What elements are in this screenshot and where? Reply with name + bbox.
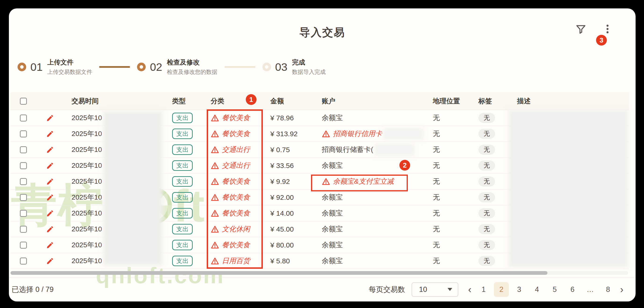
row-checkbox[interactable] bbox=[20, 258, 27, 265]
row-checkbox[interactable] bbox=[20, 114, 27, 121]
tag-pill: 无 bbox=[478, 113, 495, 123]
account-label: 余额宝 bbox=[322, 240, 343, 250]
kebab-menu-icon bbox=[602, 23, 613, 35]
header-time: 交易时间 bbox=[63, 96, 164, 106]
row-amount: ¥ 14.00 bbox=[262, 209, 313, 217]
edit-row-button[interactable] bbox=[46, 209, 54, 218]
type-badge: 支出 bbox=[172, 208, 193, 219]
step-subtitle: 数据导入完成 bbox=[292, 68, 326, 76]
pencil-icon bbox=[46, 241, 54, 249]
edit-row-button[interactable] bbox=[46, 241, 54, 249]
edit-row-button[interactable] bbox=[46, 225, 54, 234]
row-checkbox[interactable] bbox=[20, 210, 27, 217]
step-ring bbox=[137, 63, 146, 71]
page-button[interactable]: 2 bbox=[494, 282, 509, 297]
row-checkbox[interactable] bbox=[20, 194, 27, 201]
row-checkbox[interactable] bbox=[20, 242, 27, 249]
page-title: 导入交易 bbox=[9, 25, 636, 40]
step-connector bbox=[99, 66, 130, 68]
tag-pill: 无 bbox=[478, 224, 495, 234]
annotation-badge-2: 2 bbox=[400, 160, 410, 171]
header-description: 描述 bbox=[508, 96, 629, 106]
tag-pill: 无 bbox=[478, 129, 495, 139]
row-location: 无 bbox=[424, 129, 470, 139]
page-ellipsis: … bbox=[583, 282, 598, 297]
per-page-label: 每页交易数 bbox=[369, 285, 405, 295]
page-button[interactable]: 5 bbox=[547, 282, 562, 297]
prev-page-button[interactable]: ‹ bbox=[466, 285, 473, 295]
type-badge: 支出 bbox=[172, 113, 193, 123]
pencil-icon bbox=[46, 114, 54, 122]
type-badge: 支出 bbox=[172, 192, 193, 203]
row-checkbox[interactable] bbox=[20, 178, 27, 185]
next-page-button[interactable]: › bbox=[618, 285, 625, 295]
chevron-down-icon bbox=[448, 288, 452, 291]
type-badge: 支出 bbox=[172, 144, 193, 155]
page-button[interactable]: 1 bbox=[476, 282, 491, 297]
pencil-icon bbox=[46, 194, 54, 201]
row-checkbox[interactable] bbox=[20, 146, 27, 153]
step-number: 01 bbox=[30, 60, 42, 73]
row-checkbox[interactable] bbox=[20, 162, 27, 169]
edit-row-button[interactable] bbox=[46, 130, 54, 138]
page-button[interactable]: 4 bbox=[530, 282, 544, 297]
account-redacted-blur bbox=[374, 144, 414, 156]
page-button[interactable]: 3 bbox=[512, 282, 526, 297]
row-amount: ¥ 313.92 bbox=[262, 130, 313, 138]
page-button[interactable]: 8 bbox=[600, 282, 616, 297]
edit-row-button[interactable] bbox=[46, 146, 54, 154]
row-account: 余额宝 bbox=[313, 256, 424, 266]
edit-row-button[interactable] bbox=[46, 257, 54, 265]
edit-row-button[interactable] bbox=[46, 114, 54, 122]
edit-row-button[interactable] bbox=[46, 177, 54, 186]
table-header-row: 交易时间 类型 分类 金额 账户 地理位置 标签 描述 bbox=[10, 92, 629, 110]
account-warning-icon bbox=[322, 130, 330, 138]
step-connector bbox=[224, 66, 255, 68]
page-button[interactable]: 6 bbox=[565, 282, 580, 297]
pagination: ‹ 123456…8 › bbox=[466, 282, 625, 297]
filter-button[interactable] bbox=[574, 23, 588, 36]
annotation-box-category bbox=[207, 109, 263, 269]
edit-row-button[interactable] bbox=[46, 161, 54, 170]
row-account: 招商银行信用卡 bbox=[313, 128, 424, 140]
type-badge: 支出 bbox=[172, 176, 193, 187]
stepper: 01 上传文件 上传交易数据文件 02 检查及修改 检查及修改您的数据 03 完… bbox=[18, 58, 326, 76]
account-label: 招商银行信用卡 bbox=[333, 129, 382, 139]
row-amount: ¥ 92.00 bbox=[262, 194, 313, 201]
row-location: 无 bbox=[424, 256, 470, 266]
row-amount: ¥ 0.75 bbox=[262, 146, 313, 154]
row-location: 无 bbox=[424, 113, 470, 123]
per-page-select[interactable]: 10 bbox=[412, 282, 458, 297]
select-all-checkbox[interactable] bbox=[20, 98, 27, 105]
row-amount: ¥ 33.56 bbox=[262, 162, 313, 170]
row-checkbox[interactable] bbox=[20, 226, 27, 233]
account-label: 余额宝 bbox=[322, 193, 343, 202]
account-label: 余额宝 bbox=[322, 208, 343, 218]
row-location: 无 bbox=[424, 224, 470, 234]
description-redaction-blur bbox=[508, 110, 628, 267]
more-menu-button[interactable] bbox=[601, 22, 614, 35]
per-page-value: 10 bbox=[419, 285, 427, 294]
pagination-pages: 123456…8 bbox=[476, 282, 616, 297]
row-location: 无 bbox=[424, 145, 470, 154]
horizontal-scrollbar-track[interactable] bbox=[10, 271, 628, 275]
edit-row-button[interactable] bbox=[46, 193, 54, 202]
pencil-icon bbox=[46, 225, 54, 233]
tag-pill: 无 bbox=[478, 240, 495, 250]
row-location: 无 bbox=[424, 240, 470, 250]
horizontal-scrollbar-thumb[interactable] bbox=[10, 271, 548, 275]
pencil-icon bbox=[46, 178, 54, 186]
step-title: 检查及修改 bbox=[167, 58, 218, 67]
row-checkbox[interactable] bbox=[20, 130, 27, 137]
stepper-step: 01 上传文件 上传交易数据文件 bbox=[18, 58, 92, 76]
row-account: 余额宝 bbox=[313, 240, 424, 250]
account-label: 余额宝 bbox=[322, 224, 343, 234]
tag-pill: 无 bbox=[478, 192, 495, 202]
tag-pill: 无 bbox=[478, 256, 495, 266]
pencil-icon bbox=[46, 257, 54, 265]
pencil-icon bbox=[46, 162, 54, 170]
row-amount: ¥ 80.00 bbox=[262, 241, 313, 249]
header-tags: 标签 bbox=[470, 96, 508, 106]
row-account: 余额宝 bbox=[313, 113, 424, 123]
account-label: 招商银行储蓄卡( bbox=[322, 145, 373, 154]
